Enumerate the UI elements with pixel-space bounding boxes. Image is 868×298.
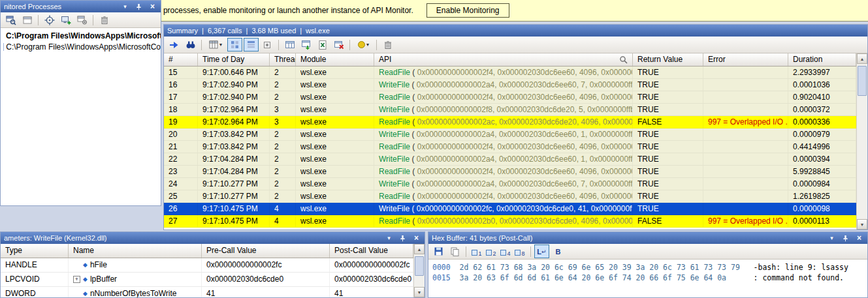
col-name[interactable]: Name xyxy=(69,244,202,258)
api-call-row[interactable]: 27 9:17:10.475 PM 4 wsl.exe ReadFile ( 0… xyxy=(164,215,867,228)
api-call-row[interactable]: 19 9:17:02.964 PM 3 wsl.exe ReadFile ( 0… xyxy=(164,116,867,128)
line-wrap-button[interactable]: L ↵ xyxy=(534,245,549,258)
process-tree-item[interactable]: C:\Program Files\WindowsApps\MicrosoftCo xyxy=(1,41,161,52)
hex-dump[interactable]: 00002d 62 61 73 68 3a 20 6c 69 6e 65 20 … xyxy=(428,260,867,286)
trash-icon xyxy=(99,15,110,25)
call-api: WriteFile ( 0x00000000000002f8, 0x000002… xyxy=(374,104,633,115)
clear-view-button[interactable] xyxy=(331,38,346,52)
new-view-button[interactable] xyxy=(282,38,297,52)
call-number: 23 xyxy=(164,166,198,177)
chevron-down-icon[interactable]: ▾ xyxy=(827,233,837,243)
call-number: 24 xyxy=(164,178,198,190)
api-call-row[interactable]: 15 9:17:00.646 PM 2 wsl.exe ReadFile ( 0… xyxy=(164,67,867,79)
close-icon[interactable]: × xyxy=(411,233,421,243)
byte-group-button[interactable]: 1 xyxy=(470,245,484,258)
window-search-button[interactable] xyxy=(3,13,18,27)
parameter-row[interactable]: DWORD + ◆ nNumberOfBytesToWrite 41 41 xyxy=(1,287,425,298)
find-button[interactable] xyxy=(183,38,198,52)
byte-group-icon xyxy=(515,250,521,256)
scroll-up-icon[interactable]: ▲ xyxy=(857,53,867,64)
close-icon[interactable]: × xyxy=(854,233,864,243)
columns-button[interactable]: ▾ xyxy=(205,38,226,52)
tree-view-button[interactable] xyxy=(227,38,242,52)
api-call-row[interactable]: 24 9:17:10.277 PM 2 wsl.exe WriteFile ( … xyxy=(164,178,867,190)
api-call-row[interactable]: 17 9:17:02.940 PM 2 wsl.exe ReadFile ( 0… xyxy=(164,91,867,104)
col-return[interactable]: Return Value xyxy=(633,53,703,66)
col-error[interactable]: Error xyxy=(703,53,788,66)
summary-title: Summary xyxy=(167,27,198,35)
api-call-row[interactable]: 22 9:17:04.284 PM 2 wsl.exe WriteFile ( … xyxy=(164,153,867,166)
api-call-row[interactable]: 26 9:17:10.475 PM 4 wsl.exe WriteFile ( … xyxy=(164,203,867,215)
col-module[interactable]: Module xyxy=(296,53,374,66)
call-error xyxy=(703,141,788,153)
delete-process-button[interactable] xyxy=(97,13,112,27)
hex-bytes: 3a 20 63 6f 6d 6d 61 6e 64 20 6e 6f 74 2… xyxy=(460,273,745,283)
pin-icon[interactable] xyxy=(134,2,144,11)
call-number: 21 xyxy=(164,141,198,153)
parameters-scrollbar[interactable]: ▲ ▼ xyxy=(413,244,425,297)
api-call-row[interactable]: 23 9:17:04.284 PM 2 wsl.exe ReadFile ( 0… xyxy=(164,166,867,178)
api-call-row[interactable]: 18 9:17:02.964 PM 3 wsl.exe WriteFile ( … xyxy=(164,104,867,116)
goto-button[interactable] xyxy=(167,38,182,52)
col-duration[interactable]: Duration xyxy=(788,53,856,66)
scroll-down-icon[interactable]: ▼ xyxy=(414,287,425,297)
pin-icon[interactable] xyxy=(398,233,408,243)
scroll-thumb[interactable] xyxy=(415,256,424,276)
summary-scrollbar[interactable]: ▲ ▼ xyxy=(856,53,867,230)
parameter-row[interactable]: HANDLE + ◆ hFile 0x00000000000002fc 0x00… xyxy=(1,258,425,273)
call-api: ReadFile ( 0x00000000000002f4, 0x0000020… xyxy=(374,190,633,202)
delete-calls-button[interactable] xyxy=(380,38,395,52)
export-button[interactable] xyxy=(298,38,313,52)
api-search-icon[interactable] xyxy=(619,55,628,64)
pin-icon[interactable] xyxy=(841,233,850,243)
col-time[interactable]: Time of Day xyxy=(198,53,270,66)
expand-icon[interactable]: + xyxy=(73,276,80,283)
byte-group-icon xyxy=(500,250,506,256)
api-call-row[interactable]: 16 9:17:02.940 PM 2 wsl.exe WriteFile ( … xyxy=(164,79,867,91)
scroll-thumb[interactable] xyxy=(858,66,867,96)
col-postcall[interactable]: Post-Call Value xyxy=(330,244,413,258)
call-duration: 1.2619825 xyxy=(788,190,856,202)
byte-group-size: 8 xyxy=(521,250,524,257)
col-type[interactable]: Type xyxy=(1,244,69,258)
byte-group-button[interactable]: 4 xyxy=(498,245,513,258)
call-module: wsl.exe xyxy=(296,166,374,177)
col-precall[interactable]: Pre-Call Value xyxy=(202,244,330,258)
parameter-row[interactable]: LPCVOID + ◆ lpBuffer 0x000002030dc6cde0 … xyxy=(1,273,425,287)
close-icon[interactable]: × xyxy=(148,2,157,11)
call-time: 9:17:10.277 PM xyxy=(198,178,270,190)
monitor-add-button[interactable] xyxy=(58,13,73,27)
breakpoints-button[interactable]: ▾ xyxy=(353,38,373,52)
scroll-up-icon[interactable]: ▲ xyxy=(414,244,425,254)
window-button[interactable] xyxy=(20,13,35,27)
col-thread[interactable]: Thread xyxy=(270,53,296,66)
bytes-view-button[interactable]: B xyxy=(551,245,566,258)
copy-button[interactable] xyxy=(447,245,462,258)
expand-collapse-button[interactable] xyxy=(260,38,275,52)
byte-group-button[interactable]: 2 xyxy=(484,245,498,258)
chevron-down-icon[interactable]: ▾ xyxy=(384,233,394,243)
group-view-button[interactable] xyxy=(244,38,259,52)
excel-button[interactable] xyxy=(315,38,330,52)
col-api[interactable]: API xyxy=(374,53,633,66)
chevron-down-icon[interactable]: ▾ xyxy=(120,2,130,11)
process-tree-item[interactable]: C:\Program Files\WindowsApps\Microsoft xyxy=(1,30,161,41)
call-module: wsl.exe xyxy=(296,67,374,78)
byte-group-button[interactable]: 8 xyxy=(513,245,527,258)
target-button[interactable] xyxy=(42,13,57,27)
scroll-down-icon[interactable]: ▼ xyxy=(857,219,867,230)
col-number[interactable]: # xyxy=(164,53,198,66)
call-api: ReadFile ( 0x00000000000002f4, 0x0000020… xyxy=(374,166,633,177)
enable-monitoring-button[interactable]: Enable Monitoring xyxy=(426,3,509,18)
window-gear-button[interactable] xyxy=(74,13,89,27)
call-time: 9:17:03.842 PM xyxy=(198,141,270,153)
api-call-row[interactable]: 25 9:17:10.277 PM 2 wsl.exe ReadFile ( 0… xyxy=(164,190,867,203)
parameter-postcall-value: 0x00000000000002fc xyxy=(330,258,413,272)
save-button[interactable] xyxy=(431,245,446,258)
parameter-name-cell: + ◆ hFile xyxy=(69,258,202,272)
call-module: wsl.exe xyxy=(296,203,374,215)
api-call-row[interactable]: 20 9:17:03.842 PM 2 wsl.exe WriteFile ( … xyxy=(164,128,867,141)
api-call-row[interactable]: 21 9:17:03.842 PM 2 wsl.exe ReadFile ( 0… xyxy=(164,141,867,153)
parameter-icon: ◆ xyxy=(83,287,88,298)
call-duration: 0.4414996 xyxy=(788,141,856,153)
